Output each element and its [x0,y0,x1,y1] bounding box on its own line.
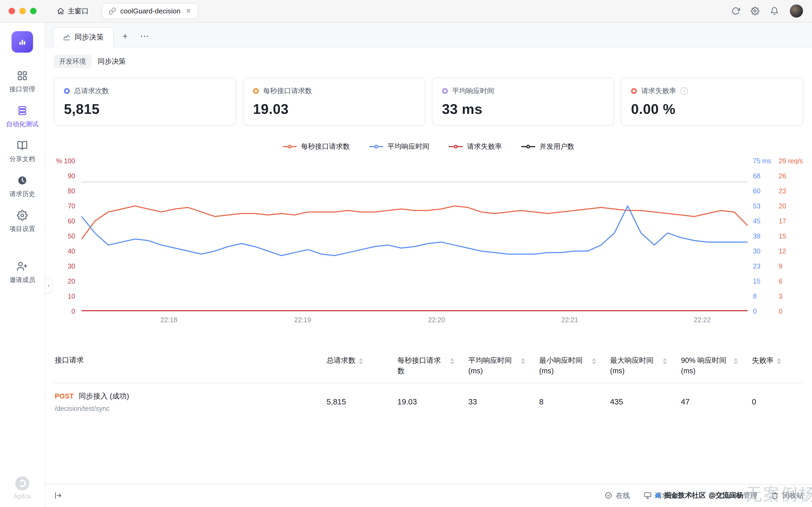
sidebar-item-label: 邀请成员 [9,276,35,284]
minimize-window-button[interactable] [19,8,26,14]
axis-tick: 20 [779,202,786,210]
tab-title: 同步决策 [75,32,104,42]
info-icon[interactable]: i [681,87,688,95]
more-tabs-button[interactable]: ⋯ [136,28,153,44]
legend-item-每秒接口请求数[interactable]: 每秒接口请求数 [283,142,350,151]
apifox-logo[interactable] [11,31,33,53]
home-icon [57,7,64,15]
zoom-window-button[interactable] [30,8,37,14]
cookie-manager[interactable]: Cookie 管理 [708,491,757,500]
x-axis-time-labels: 22:1822:1922:2022:2122:22 [81,311,748,326]
stat-value: 33 ms [442,101,604,117]
legend-label: 并发用户数 [539,142,574,151]
header-max-response[interactable]: 最大响应时间(ms) [610,355,674,376]
stat-card-avg-response: 平均响应时间 33 ms [432,77,615,126]
trash-icon [771,492,779,499]
sidebar-item-request-history[interactable]: 请求历史 [0,169,45,204]
app-shell: 接口管理 自动化测试 分享文档 请求历史 项目设置 邀请成员 [0,22,812,506]
axis-tick: 50 [68,232,75,240]
chart-series-平均响应时间 [81,206,748,256]
titlebar: 主窗口 coolGuard-decision ✕ [0,0,812,22]
apifox-brand-footer: Apifox [13,476,32,500]
axis-tick: 53 [753,202,760,210]
request-cell: POST 同步接入 (成功) /decision/test/sync [54,391,319,412]
axis-tick: 0 [753,307,757,315]
sidebar-item-label: 分享文档 [9,155,35,163]
sidebar-expand-handle[interactable]: › [45,278,53,294]
axis-tick: 68 [753,172,760,180]
table-row[interactable]: POST 同步接入 (成功) /decision/test/sync 5,815… [54,383,803,420]
legend-item-请求失败率[interactable]: 请求失败率 [449,142,502,151]
recycle-bin-label: 回收站 [782,491,803,500]
request-proxy-menu[interactable]: 请求代理 [644,491,694,500]
legend-label: 每秒接口请求数 [301,142,350,151]
legend-label: 请求失败率 [467,142,502,151]
online-status[interactable]: 在线 [605,491,630,500]
legend-label: 平均响应时间 [388,142,429,151]
cell-total: 5,815 [327,397,390,406]
sidebar-item-share-docs[interactable]: 分享文档 [0,134,45,169]
axis-tick: 20 [68,277,75,285]
add-tab-button[interactable]: + [117,28,133,44]
legend-item-并发用户数[interactable]: 并发用户数 [521,142,574,151]
environment-badge[interactable]: 开发环境 [54,55,91,68]
sort-control[interactable] [450,358,454,364]
user-avatar[interactable] [790,4,803,18]
header-avg-response[interactable]: 平均响应时间(ms) [468,355,532,376]
chart-series-canvas [81,161,748,311]
close-tab-icon[interactable]: ✕ [186,7,191,15]
results-table: 接口请求 总请求数 每秒接口请求数 平均响应时间(ms) 最小响应时间(ms) … [54,351,803,420]
stat-label: 请求失败率 [641,86,676,96]
x-axis-tick: 22:18 [161,316,177,324]
check-circle-icon [605,492,612,499]
sidebar-item-invite-members[interactable]: 邀请成员 [0,255,45,290]
titlebar-actions [732,4,803,18]
sidebar-item-project-settings[interactable]: 项目设置 [0,204,45,239]
expand-panel-icon[interactable] [54,491,62,500]
proxy-label: 请求代理 [655,491,683,500]
page-title: 同步决策 [98,57,126,66]
axis-tick: 10 [68,292,75,300]
axis-tick: 30 [68,262,75,270]
header-total-requests[interactable]: 总请求数 [327,355,390,366]
gear-icon[interactable] [751,7,759,15]
stat-cards: 总请求次数 5,815 每秒接口请求数 19.03 平均响应时间 33 ms 请… [45,75,812,126]
axis-tick: 8 [753,292,757,300]
legend-marker [283,146,297,147]
tab-sync-decision[interactable]: 同步决策 [53,27,114,47]
sidebar-item-automated-testing[interactable]: 自动化测试 [0,99,45,134]
axis-tick: 9 [779,262,782,270]
api-grid-icon [17,70,27,81]
y-axis-ms: 75 ms686053453830231580 [748,161,772,311]
bell-icon[interactable] [770,7,779,15]
sort-control[interactable] [592,358,596,364]
project-settings-gear-icon [17,210,27,221]
header-rps[interactable]: 每秒接口请求数 [397,355,461,376]
sort-control[interactable] [663,358,667,364]
sort-control[interactable] [521,358,525,364]
cell-avg: 33 [468,397,532,406]
sort-control[interactable] [359,358,363,364]
refresh-icon[interactable] [732,7,740,15]
stat-card-rps: 每秒接口请求数 19.03 [243,77,425,126]
bar-chart-icon [18,38,26,46]
cookie-label: Cookie 管理 [719,491,757,500]
x-axis-tick: 22:19 [294,316,311,324]
header-min-response[interactable]: 最小响应时间(ms) [539,355,602,376]
cell-p90: 47 [681,397,744,406]
legend-item-平均响应时间[interactable]: 平均响应时间 [369,142,429,151]
header-p90-response[interactable]: 90% 响应时间(ms) [681,355,744,376]
sort-control[interactable] [734,358,738,364]
breadcrumb: 开发环境 同步决策 [45,47,812,75]
project-window-tab[interactable]: coolGuard-decision ✕ [102,3,198,19]
main-window-button[interactable]: 主窗口 [52,3,94,19]
sort-control[interactable] [777,358,781,364]
close-window-button[interactable] [9,8,15,14]
stat-card-total-requests: 总请求次数 5,815 [54,77,236,126]
history-clock-icon [17,175,27,186]
stat-dot [631,88,637,94]
sidebar-item-api-management[interactable]: 接口管理 [0,64,45,99]
header-failure-rate[interactable]: 失败率 [752,355,803,366]
recycle-bin[interactable]: 回收站 [771,491,803,500]
stat-card-failure-rate: 请求失败率i 0.00 % [621,77,803,126]
